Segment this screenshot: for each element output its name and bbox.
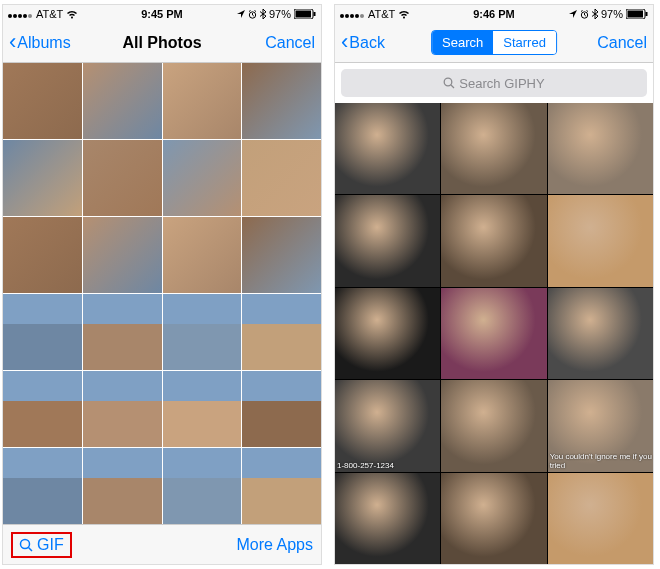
gif-caption: You couldn't ignore me if you tried [550,452,653,470]
bluetooth-icon [260,9,266,19]
wifi-icon [66,10,78,19]
back-label: Back [349,34,385,52]
photo-thumbnail[interactable] [242,63,321,139]
page-title: All Photos [122,34,201,52]
battery-icon [626,9,648,19]
wifi-icon [398,10,410,19]
gif-caption: 1-800-257-1234 [337,461,394,470]
bluetooth-icon [592,9,598,19]
gif-thumbnail[interactable] [548,195,653,286]
photo-thumbnail[interactable] [242,448,321,524]
gif-thumbnail[interactable] [441,195,546,286]
nav-bar: ‹ Albums All Photos Cancel [3,23,321,63]
back-button[interactable]: ‹ Albums [9,34,71,52]
svg-point-4 [21,539,30,548]
photo-thumbnail[interactable] [163,371,242,447]
gif-thumbnail[interactable] [441,103,546,194]
photo-thumbnail[interactable] [83,448,162,524]
photo-thumbnail[interactable] [3,448,82,524]
gif-label: GIF [37,536,64,554]
photo-thumbnail[interactable] [242,217,321,293]
back-label: Albums [17,34,70,52]
gif-thumbnail[interactable]: 1-800-257-1234 [335,380,440,471]
photo-thumbnail[interactable] [83,217,162,293]
gif-thumbnail[interactable] [548,473,653,564]
photo-thumbnail[interactable] [83,371,162,447]
photo-grid[interactable] [3,63,321,524]
location-icon [569,10,577,18]
bottom-bar: GIF More Apps [3,524,321,564]
carrier-label: AT&T [368,8,395,20]
gif-thumbnail[interactable] [548,288,653,379]
photo-thumbnail[interactable] [3,140,82,216]
photo-thumbnail[interactable] [242,294,321,370]
search-icon [443,77,455,89]
svg-rect-2 [296,11,312,18]
svg-rect-3 [314,12,316,16]
signal-dots-icon [340,8,365,20]
photo-thumbnail[interactable] [3,371,82,447]
alarm-icon [248,10,257,19]
gif-button[interactable]: GIF [11,532,72,558]
search-icon [19,538,33,552]
nav-bar: ‹ Back Search Starred Cancel [335,23,653,63]
status-bar: AT&T 9:45 PM 97% [3,5,321,23]
segment-search[interactable]: Search [432,31,493,54]
gif-thumbnail[interactable] [441,473,546,564]
gif-thumbnail[interactable] [548,103,653,194]
battery-icon [294,9,316,19]
more-apps-button[interactable]: More Apps [237,536,313,554]
search-placeholder: Search GIPHY [459,76,544,91]
svg-line-5 [29,547,33,551]
gif-thumbnail[interactable] [335,288,440,379]
alarm-icon [580,10,589,19]
status-bar: AT&T 9:46 PM 97% [335,5,653,23]
photo-thumbnail[interactable] [83,140,162,216]
carrier-label: AT&T [36,8,63,20]
photo-thumbnail[interactable] [3,294,82,370]
photo-thumbnail[interactable] [163,448,242,524]
gif-thumbnail[interactable] [335,195,440,286]
photo-thumbnail[interactable] [163,294,242,370]
photo-thumbnail[interactable] [163,140,242,216]
svg-rect-9 [646,12,648,16]
gif-thumbnail[interactable]: You couldn't ignore me if you tried [548,380,653,471]
clock-label: 9:45 PM [141,8,183,20]
clock-label: 9:46 PM [473,8,515,20]
battery-pct: 97% [601,8,623,20]
photo-thumbnail[interactable] [83,294,162,370]
gif-thumbnail[interactable] [441,288,546,379]
photo-thumbnail[interactable] [3,217,82,293]
segment-starred[interactable]: Starred [493,31,556,54]
gif-grid[interactable]: 1-800-257-1234You couldn't ignore me if … [335,103,653,564]
battery-pct: 97% [269,8,291,20]
photo-thumbnail[interactable] [163,63,242,139]
search-input[interactable]: Search GIPHY [341,69,647,97]
gif-thumbnail[interactable] [335,473,440,564]
left-screen: AT&T 9:45 PM 97% ‹ Albums All Photos Can… [2,4,322,565]
photo-thumbnail[interactable] [163,217,242,293]
signal-dots-icon [8,8,33,20]
cancel-button[interactable]: Cancel [265,34,315,52]
gif-thumbnail[interactable] [335,103,440,194]
photo-thumbnail[interactable] [3,63,82,139]
cancel-button[interactable]: Cancel [597,34,647,52]
svg-line-11 [451,85,454,88]
svg-rect-8 [628,11,644,18]
photo-thumbnail[interactable] [242,371,321,447]
photo-thumbnail[interactable] [242,140,321,216]
right-screen: AT&T 9:46 PM 97% ‹ Back Search Starred C… [334,4,654,565]
gif-thumbnail[interactable] [441,380,546,471]
photo-thumbnail[interactable] [83,63,162,139]
segmented-control: Search Starred [431,30,557,55]
location-icon [237,10,245,18]
svg-point-10 [445,78,453,86]
back-button[interactable]: ‹ Back [341,34,385,52]
